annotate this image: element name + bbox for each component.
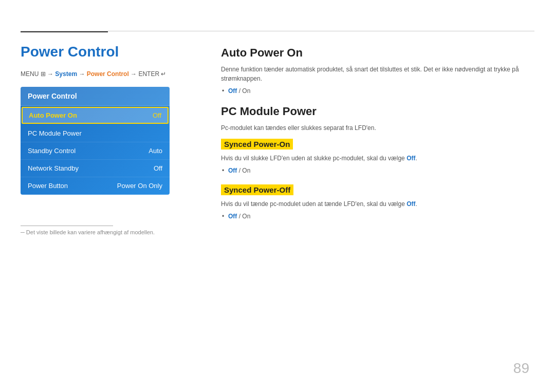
section1-options-list: Off / On [221, 87, 534, 95]
menu-item-value: Power On Only [117, 182, 162, 190]
footnote-line [21, 226, 113, 226]
section1-off: Off [228, 87, 237, 95]
breadcrumb-arrow1: → [47, 70, 55, 78]
menu-item-label: PC Module Power [28, 129, 82, 137]
sub2-off-highlight: Off [406, 200, 415, 208]
section1-on: On [242, 87, 250, 95]
section2-title: PC Module Power [221, 105, 534, 118]
breadcrumb-arrow2: → [79, 70, 86, 78]
sub1-option-item: Off / On [228, 167, 534, 174]
menu-item-network-standby[interactable]: Network Standby Off [21, 160, 170, 177]
breadcrumb-power-control: Power Control [87, 70, 129, 78]
menu-item-standby-control[interactable]: Standby Control Auto [21, 142, 170, 160]
menu-item-label: Auto Power On [29, 111, 77, 119]
section1-title: Auto Power On [221, 46, 534, 60]
sub1-description: Hvis du vil slukke LFD'en uden at slukke… [221, 154, 534, 163]
sub2-option-item: Off / On [228, 213, 534, 220]
menu-item-value: Off [154, 164, 162, 172]
sub-section1-title: Synced Power-On [221, 139, 293, 150]
menu-item-label: Power Button [28, 182, 68, 190]
left-column: Power Control MENU ⊞ → System → Power Co… [21, 36, 206, 235]
sub2-description: Hvis du vil tænde pc-modulet uden at tæn… [221, 199, 534, 209]
footnote-text: ─ Det viste billede kan variere afhængig… [21, 229, 155, 235]
menu-item-pc-module-power[interactable]: PC Module Power [21, 125, 170, 142]
page-title: Power Control [21, 44, 206, 60]
footnote: ─ Det viste billede kan variere afhængig… [21, 226, 206, 235]
menu-box: Power Control Auto Power On Off PC Modul… [21, 87, 170, 195]
menu-item-value: Off [153, 111, 161, 119]
breadcrumb-system: System [55, 70, 77, 78]
sub1-off: Off [228, 167, 237, 174]
menu-header: Power Control [21, 87, 170, 106]
sub2-off: Off [228, 213, 237, 220]
menu-item-power-button[interactable]: Power Button Power On Only [21, 177, 170, 195]
sub1-off-highlight: Off [406, 155, 415, 162]
section1-description: Denne funktion tænder automatisk produkt… [221, 65, 534, 83]
breadcrumb: MENU ⊞ → System → Power Control → ENTER … [21, 70, 206, 78]
sub-section2-title: Synced Power-Off [221, 184, 293, 195]
top-line [21, 31, 534, 31]
menu-item-value: Auto [149, 147, 162, 155]
section1-option-item: Off / On [228, 87, 534, 95]
sub2-options-list: Off / On [221, 213, 534, 220]
sub2-on: On [242, 213, 250, 220]
right-column: Auto Power On Denne funktion tænder auto… [221, 36, 534, 228]
breadcrumb-arrow3: → ENTER [131, 70, 161, 78]
page-number: 89 [513, 360, 529, 377]
section2-description: Pc-modulet kan tændes eller slukkes sepa… [221, 123, 534, 133]
menu-item-auto-power-on[interactable]: Auto Power On Off [22, 107, 169, 124]
menu-item-label: Network Standby [28, 164, 79, 172]
menu-item-label: Standby Control [28, 147, 76, 155]
breadcrumb-menu: MENU [21, 70, 41, 78]
breadcrumb-menu-icon: ⊞ [41, 70, 46, 78]
sub1-on: On [242, 167, 250, 174]
sub1-options-list: Off / On [221, 167, 534, 174]
breadcrumb-enter-icon: ↵ [161, 70, 166, 78]
